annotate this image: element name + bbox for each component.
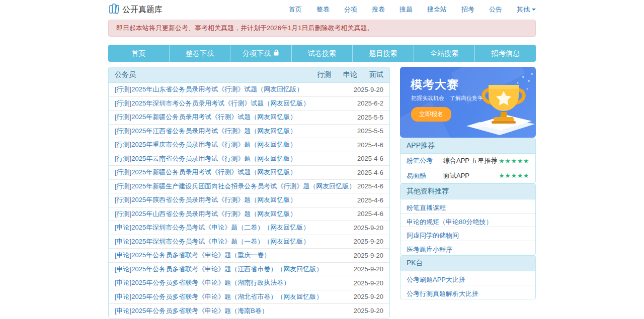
exam-link[interactable]: [行测]2025年云南省公务员录用考试《行测》题（网友回忆版）	[115, 154, 352, 163]
main-nav-paper-search-label: 试卷搜索	[308, 45, 336, 62]
site-title: 公开真题库	[122, 5, 163, 15]
exam-row: [申论]2025年公务员多省联考《申论》题（重庆一卷）2025-9-20	[109, 249, 389, 263]
other-resources-panel: 其他资料推荐 粉笔直播课程 申论的规矩（申论80分绝技） 阿虚同学的储物间 医考…	[400, 183, 536, 255]
tab-xingce[interactable]: 行测	[317, 70, 331, 79]
exam-link[interactable]: [行测]2025年新疆公务员录用考试《行测》试题（网友回忆版）	[115, 168, 352, 177]
banner-subtitle: 把握实战机会 了解岗位竞争	[411, 94, 483, 102]
resource-link[interactable]: 粉笔直播课程	[407, 204, 446, 211]
exam-link[interactable]: [申论]2025年深圳市公务员考试《申论》题（一卷）（网友回忆版）	[115, 237, 349, 246]
exam-row: [行测]2025年新疆公务员录用考试《行测》试题（网友回忆版）2025-4-6	[109, 166, 389, 180]
exam-row: [行测]2025年江西省公务员录用考试《行测》题（网友回忆版）2025-5-5	[109, 125, 389, 139]
exam-link[interactable]: [行测]2025年山东省公务员录用考试《行测》试题（网友回忆版）	[115, 85, 349, 94]
main-nav-question-search-label: 题目搜索	[369, 45, 397, 62]
site-logo[interactable]: 公开真题库	[108, 3, 163, 17]
app-link-yimianku[interactable]: 易面酷	[407, 171, 443, 180]
exam-link[interactable]: [行测]2025年新疆生产建设兵团面向社会招录公务员考试《行测》题（网友回忆版）	[115, 182, 352, 191]
exam-date: 2025-4-6	[357, 141, 383, 149]
exam-date: 2025-9-20	[354, 293, 383, 300]
exam-date: 2025-9-20	[354, 86, 383, 93]
resource-link[interactable]: 申论的规矩（申论80分绝技）	[407, 218, 492, 226]
app-desc: 综合APP 五星推荐	[443, 156, 499, 165]
books-icon	[108, 3, 120, 17]
main-nav-section-download[interactable]: 分项下载	[230, 45, 292, 62]
main-nav-section-download-label: 分项下载	[243, 45, 271, 62]
caret-down-icon	[532, 9, 536, 11]
exam-row: [申论]2025年公务员多省联考《申论》题（海南B卷）2025-9-20	[109, 304, 389, 318]
banner-title: 模考大赛	[411, 77, 459, 92]
main-nav: 首页 整卷下载 分项下载 试卷搜索 题目搜索 全站搜索 招考信息	[108, 45, 536, 62]
top-nav-announcements[interactable]: 公告	[489, 5, 502, 14]
main-nav-recruit-info-label: 招考信息	[492, 45, 520, 62]
exam-row: [行测]2025年山西省公务员录用考试《行测》题（网友回忆版）2025-4-6	[109, 207, 389, 222]
exam-row: [行测]2025年陕西省公务员录用考试《行测》题（网友回忆版）2025-4-6	[109, 193, 389, 207]
exam-date: 2025-6-2	[357, 99, 383, 107]
resource-link[interactable]: 医考题库小程序	[407, 246, 452, 253]
mock-exam-contest-banner[interactable]: 模考大赛 把握实战机会 了解岗位竞争 立即报名	[400, 67, 536, 138]
top-nav-search-questions[interactable]: 搜题	[399, 5, 413, 14]
exam-date: 2025-4-6	[357, 182, 383, 190]
app-panel-heading: APP推荐	[400, 138, 535, 154]
pk-link[interactable]: 公考行测真题解析大比拼	[407, 290, 478, 297]
exam-link[interactable]: [行测]2025年重庆市公务员录用考试《行测》题（网友回忆版）	[115, 140, 352, 149]
exam-link[interactable]: [行测]2025年陕西省公务员录用考试《行测》题（网友回忆版）	[115, 195, 352, 204]
resource-row: 医考题库小程序	[400, 241, 535, 255]
exam-link[interactable]: [申论]2025年公务员多省联考《申论》题（湖北省市卷）（网友回忆版）	[115, 292, 349, 301]
signup-now-button[interactable]: 立即报名	[411, 107, 451, 122]
exam-link[interactable]: [申论]2025年公务员多省联考《申论》题（重庆一卷）	[115, 251, 349, 260]
tab-mianshi[interactable]: 面试	[369, 70, 383, 79]
main-nav-paper-search[interactable]: 试卷搜索	[292, 45, 353, 62]
exam-date: 2025-9-20	[354, 265, 383, 273]
exam-row: [行测]2025年山东省公务员录用考试《行测》试题（网友回忆版）2025-9-2…	[109, 83, 389, 97]
exam-link[interactable]: [申论]2025年公务员多省联考《申论》题（海南B卷）	[115, 306, 349, 315]
main-nav-home-label: 首页	[131, 45, 145, 62]
main-nav-site-search[interactable]: 全站搜索	[414, 45, 475, 62]
alert-text: 即日起本站将只更新公考、事考相关真题，并计划于2026年1月1日后删除教考相关真…	[116, 24, 373, 32]
top-nav-sections[interactable]: 分项	[344, 5, 357, 14]
app-row: 粉笔公考 综合APP 五星推荐 ★★★★★	[400, 154, 535, 168]
exam-link[interactable]: [行测]2025年新疆公务员录用考试《行测》试题（网友回忆版）	[115, 113, 352, 122]
pk-panel: PK台 公考刷题APP大比拼 公考行测真题解析大比拼	[400, 255, 536, 299]
pk-panel-heading: PK台	[400, 256, 535, 271]
resource-row: 粉笔直播课程	[400, 199, 535, 214]
main-nav-home[interactable]: 首页	[108, 45, 170, 62]
site-notice-alert: 即日起本站将只更新公考、事考相关真题，并计划于2026年1月1日后删除教考相关真…	[108, 20, 536, 37]
top-nav-full-papers[interactable]: 整卷	[316, 5, 330, 14]
exam-date: 2025-9-20	[354, 252, 383, 259]
exam-date: 2025-4-6	[357, 210, 383, 218]
pk-link[interactable]: 公考刷题APP大比拼	[407, 276, 465, 283]
exam-link[interactable]: [申论]2025年深圳市公务员考试《申论》题（二卷）（网友回忆版）	[115, 223, 349, 232]
main-nav-question-search[interactable]: 题目搜索	[353, 45, 414, 62]
main-nav-full-download-label: 整卷下载	[186, 45, 214, 62]
resource-row: 阿虚同学的储物间	[400, 227, 535, 241]
top-nav-search-papers[interactable]: 搜卷	[372, 5, 385, 14]
app-link-fenbi[interactable]: 粉笔公考	[407, 156, 443, 165]
exam-link[interactable]: [行测]2025年江西省公务员录用考试《行测》题（网友回忆版）	[115, 127, 352, 136]
app-desc: 面试APP	[443, 171, 499, 180]
exam-date: 2025-4-6	[357, 196, 383, 204]
top-nav-other-label: 其他	[517, 5, 530, 14]
top-nav-recruit[interactable]: 招考	[461, 5, 474, 14]
exam-row: [行测]2025年新疆公务员录用考试《行测》试题（网友回忆版）2025-5-5	[109, 111, 389, 125]
exam-row: [行测]2025年深圳市考公务员录用考试《行测》试题（网友回忆版）2025-6-…	[109, 97, 389, 111]
trophy-icon	[455, 68, 536, 138]
exam-row: [行测]2025年重庆市公务员录用考试《行测》题（网友回忆版）2025-4-6	[109, 138, 389, 152]
top-nav-home[interactable]: 首页	[289, 5, 302, 14]
top-nav: 首页 整卷 分项 搜卷 搜题 搜全站 招考 公告 其他	[289, 5, 536, 14]
exam-link[interactable]: [申论]2025年公务员多省联考《申论》题（湖南行政执法卷）	[115, 278, 349, 287]
exam-row: [申论]2025年深圳市公务员考试《申论》题（一卷）（网友回忆版）2025-9-…	[109, 235, 389, 249]
main-nav-recruit-info[interactable]: 招考信息	[475, 45, 536, 62]
exam-date: 2025-4-6	[357, 155, 383, 162]
exam-list-panel: 公务员 行测 申论 面试 [行测]2025年山东省公务员录用考试《行测》试题（网…	[108, 67, 390, 318]
main-nav-full-download[interactable]: 整卷下载	[170, 45, 231, 62]
pk-row: 公考行测真题解析大比拼	[400, 285, 535, 299]
tab-shenlun[interactable]: 申论	[343, 70, 357, 79]
exam-row: [申论]2025年公务员多省联考《申论》题（江西省市卷）（网友回忆版）2025-…	[109, 263, 389, 277]
top-nav-search-site[interactable]: 搜全站	[427, 5, 447, 14]
exam-date: 2025-5-5	[357, 127, 383, 135]
exam-link[interactable]: [申论]2025年公务员多省联考《申论》题（江西省市卷）（网友回忆版）	[115, 265, 349, 274]
exam-date: 2025-9-20	[354, 279, 383, 287]
resource-link[interactable]: 阿虚同学的储物间	[407, 232, 459, 239]
exam-link[interactable]: [行测]2025年深圳市考公务员录用考试《行测》试题（网友回忆版）	[115, 99, 352, 108]
top-nav-other-dropdown[interactable]: 其他	[517, 5, 536, 14]
exam-link[interactable]: [行测]2025年山西省公务员录用考试《行测》题（网友回忆版）	[115, 209, 352, 219]
